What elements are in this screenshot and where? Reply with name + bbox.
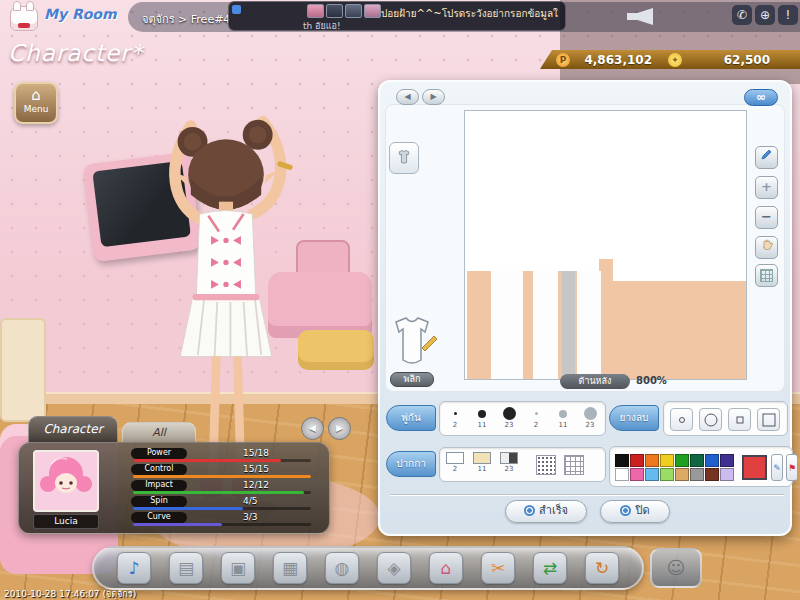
palette-color-swatch[interactable] [720,468,734,481]
eraser-shape-button[interactable] [670,408,693,431]
divider [390,494,784,496]
grid-icon [760,269,773,282]
chat-avatars [307,4,381,18]
garment-slot-button[interactable] [389,142,419,174]
globe-icon[interactable]: ⊕ [755,5,775,25]
palette-color-swatch[interactable] [645,468,659,481]
mobile-icon[interactable]: ✆ [732,5,752,25]
toolbar-music-icon[interactable]: ♪ [117,552,151,584]
link-button[interactable]: ∞ [744,89,778,106]
gift-icon: ▣ [230,558,246,578]
toolbar-design-icon[interactable]: ✂ [481,552,515,584]
pan-hand-button[interactable] [755,236,778,259]
current-color-swatch[interactable] [742,455,767,480]
garment-preview[interactable] [384,314,440,368]
design-canvas[interactable] [464,110,747,380]
eraser-shape-button[interactable] [728,408,751,431]
nav-back-button[interactable]: ◀ [396,89,419,105]
toolbar-cap-icon[interactable]: ◍ [325,552,359,584]
stat-value: 15/15 [243,464,269,474]
brush-dot-icon [454,412,457,415]
palette-color-swatch[interactable] [615,454,629,467]
pen-size-button[interactable]: 23 [497,450,521,481]
palette-color-swatch[interactable] [660,454,674,467]
toolbar-gift-icon[interactable]: ▣ [221,552,255,584]
tab-brush[interactable]: พู่กัน [386,405,436,431]
eraser-shape-panel [663,401,788,436]
minifigure-button[interactable]: ☺ [650,548,702,588]
character-name: Lucia [33,514,99,529]
stat-bar [133,459,281,462]
pixel-block [562,271,575,379]
nav-forward-button[interactable]: ▶ [422,89,445,105]
palette-color-swatch[interactable] [615,468,629,481]
toolbar-bag-icon[interactable]: ◈ [377,552,411,584]
tank-top-icon [384,314,440,368]
palette-color-swatch[interactable] [630,454,644,467]
pencil-tool-button[interactable] [755,146,778,169]
brush-size-button[interactable]: 11 [470,404,494,435]
brush-size-button[interactable]: 2 [524,404,548,435]
palette-color-swatch[interactable] [690,468,704,481]
stats-next-button[interactable]: ▶ [328,417,351,440]
brush-dot-icon [584,407,597,420]
chat-box[interactable]: ปอยฝ้าย^^~โปรดระวังอย่ากรอกข้อมูลใ th อั… [228,1,566,31]
confirm-button[interactable]: สำเร็จ [505,500,587,523]
palette-color-swatch[interactable] [690,454,704,467]
toolbar-room-icon[interactable]: ⌂ [429,552,463,584]
pencil-mode-button[interactable]: ✎ [771,454,783,481]
palette-color-swatch[interactable] [720,454,734,467]
palette-color-swatch[interactable] [675,468,689,481]
palette-color-swatch[interactable] [660,468,674,481]
small-circle-icon [679,417,685,423]
toolbar-wardrobe-icon[interactable]: ▦ [273,552,307,584]
hand-icon [760,237,774,251]
pen-size-label: 2 [443,465,467,473]
menu-button[interactable]: ⌂ Menu [14,82,58,124]
brush-size-button[interactable]: 11 [551,404,575,435]
zoom-in-button[interactable]: + [755,176,778,199]
brush-size-button[interactable]: 2 [443,404,467,435]
palette-color-swatch[interactable] [705,454,719,467]
toolbar-exchange-icon[interactable]: ⇄ [533,552,567,584]
eraser-shape-button[interactable] [757,408,780,431]
grid-pattern-button[interactable] [564,455,584,475]
grid-toggle-button[interactable] [755,264,778,287]
stat-row: Spin 4/5 [131,496,325,511]
stat-bar [133,523,222,526]
brush-size-label: 11 [551,421,575,429]
stat-value: 15/18 [243,448,269,458]
toolbar-inventory-icon[interactable]: ▤ [169,552,203,584]
brush-size-label: 23 [497,421,521,429]
tab-all[interactable]: All [122,422,196,442]
palette-color-swatch[interactable] [630,468,644,481]
close-button[interactable]: ปิด [600,500,670,523]
radio-icon [524,505,535,516]
tab-character[interactable]: Character [28,416,118,442]
flip-button[interactable]: พลิก [390,372,434,387]
pen-size-button[interactable]: 2 [443,450,467,481]
stipple-pattern-button[interactable] [536,455,556,475]
pen-option-panel: 2 11 23 [439,447,606,482]
pang-coin-icon: P [556,53,570,67]
palette-color-swatch[interactable] [645,454,659,467]
eraser-shape-button[interactable] [699,408,722,431]
brush-size-button[interactable]: 23 [497,404,521,435]
pen-swatch-icon [473,452,491,464]
palette-color-swatch[interactable] [705,468,719,481]
stat-bar [133,491,304,494]
stat-value: 3/3 [243,512,257,522]
stats-prev-button[interactable]: ◀ [301,417,324,440]
wardrobe-icon: ▦ [282,558,298,578]
brush-size-button[interactable]: 23 [578,404,602,435]
zoom-out-button[interactable]: − [755,206,778,229]
palette-color-swatch[interactable] [675,454,689,467]
tab-pen[interactable]: ปากกา [386,451,436,477]
pen-size-button[interactable]: 11 [470,450,494,481]
toolbar-refresh-icon[interactable]: ↻ [585,552,619,584]
myroom-logo[interactable]: My Room [6,2,131,32]
fill-flag-button[interactable]: ⚑ [786,454,798,481]
tab-eraser[interactable]: ยางลบ [609,405,659,431]
stat-bar-track [133,491,311,494]
alert-icon[interactable]: ! [778,5,798,25]
